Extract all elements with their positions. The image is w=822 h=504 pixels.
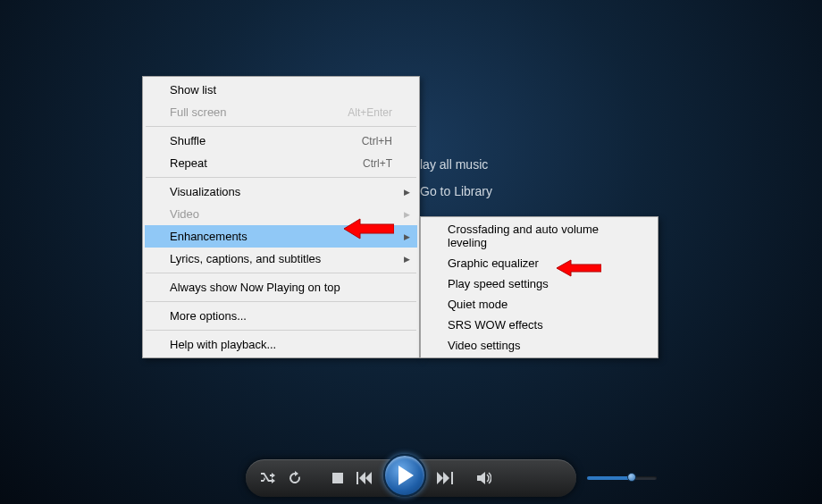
menu-enhancements[interactable]: Enhancements ▶ [145,225,417,248]
menu-label: Video [170,207,199,221]
menu-label: Quiet mode [448,298,507,311]
submenu-srs-wow[interactable]: SRS WOW effects [423,315,656,335]
menu-lyrics[interactable]: Lyrics, captions, and subtitles ▶ [145,248,417,270]
enhancements-submenu: Crossfading and auto volume leveling Gra… [420,216,658,358]
menu-label: Always show Now Playing on top [170,281,340,294]
svg-rect-2 [332,473,343,483]
go-to-library-link[interactable]: Go to Library [420,184,492,198]
svg-marker-8 [443,472,449,484]
menu-label: Full screen [170,105,227,119]
play-button[interactable] [383,454,426,497]
menu-label: Enhancements [170,230,247,243]
menu-separator [146,330,416,331]
menu-shortcut: Ctrl+T [363,157,392,170]
menu-label: SRS WOW effects [448,318,543,332]
chevron-right-icon: ▶ [404,255,410,264]
now-playing-links: lay all music Go to Library [420,157,492,211]
menu-shortcut: Alt+Enter [348,106,392,119]
menu-label: Play speed settings [448,277,549,290]
menu-separator [146,126,416,127]
menu-visualizations[interactable]: Visualizations ▶ [145,181,417,203]
menu-label: Video settings [448,339,520,352]
chevron-right-icon: ▶ [404,232,410,241]
volume-slider[interactable] [587,475,657,481]
menu-repeat[interactable]: Repeat Ctrl+T [145,152,417,174]
slider-fill [587,476,630,480]
submenu-video-settings[interactable]: Video settings [423,335,656,356]
repeat-button[interactable] [285,468,305,488]
previous-button[interactable] [355,468,374,488]
next-button[interactable] [435,468,455,488]
menu-label: Crossfading and auto volume leveling [448,223,640,249]
submenu-play-speed[interactable]: Play speed settings [423,273,656,294]
menu-help-playback[interactable]: Help with playback... [145,333,417,356]
menu-label: Help with playback... [170,338,276,351]
slider-thumb[interactable] [627,473,636,482]
menu-label: More options... [170,309,247,323]
menu-separator [146,177,416,178]
play-all-music-link[interactable]: lay all music [420,157,492,172]
menu-label: Lyrics, captions, and subtitles [170,252,321,265]
mute-button[interactable] [474,468,494,488]
menu-separator [146,273,416,273]
shuffle-button[interactable] [258,468,278,488]
menu-always-on-top[interactable]: Always show Now Playing on top [145,276,417,298]
svg-rect-3 [356,472,358,484]
menu-full-screen: Full screen Alt+Enter [145,101,417,123]
menu-more-options[interactable]: More options... [145,305,417,327]
player-controls [246,459,576,497]
svg-rect-9 [451,472,453,484]
svg-marker-10 [477,472,485,484]
menu-label: Show list [170,83,216,97]
submenu-crossfading[interactable]: Crossfading and auto volume leveling [423,219,656,253]
chevron-right-icon: ▶ [404,210,410,219]
submenu-graphic-equalizer[interactable]: Graphic equalizer [423,253,656,273]
context-menu: Show list Full screen Alt+Enter Shuffle … [142,76,420,358]
menu-label: Visualizations [170,185,240,198]
menu-label: Shuffle [170,134,206,147]
menu-shuffle[interactable]: Shuffle Ctrl+H [145,130,417,152]
menu-label: Repeat [170,156,207,170]
submenu-quiet-mode[interactable]: Quiet mode [423,294,656,315]
chevron-right-icon: ▶ [404,188,410,197]
svg-marker-5 [365,472,372,484]
menu-show-list[interactable]: Show list [145,79,417,101]
menu-shortcut: Ctrl+H [362,135,392,147]
menu-video: Video ▶ [145,203,417,225]
svg-marker-7 [437,472,443,484]
stop-button[interactable] [328,468,348,488]
menu-separator [146,301,416,302]
menu-label: Graphic equalizer [448,256,539,270]
svg-marker-4 [359,472,365,484]
svg-marker-6 [398,466,414,485]
